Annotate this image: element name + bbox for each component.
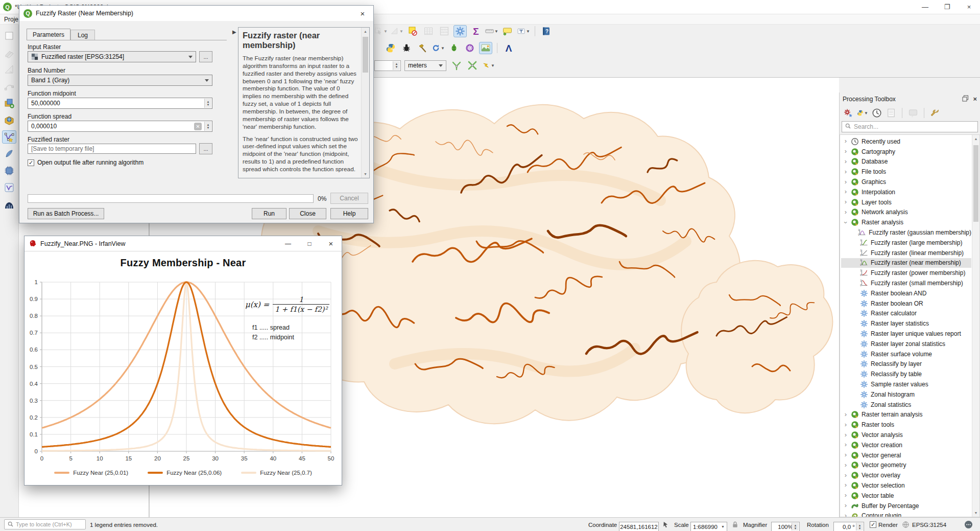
output-browse-button[interactable]: ... bbox=[199, 143, 212, 154]
history-icon[interactable] bbox=[871, 107, 882, 119]
float-panel-icon[interactable] bbox=[962, 95, 969, 103]
tree-chevron-icon[interactable]: › bbox=[843, 410, 848, 418]
dialog-close-icon[interactable]: × bbox=[356, 9, 369, 18]
spinner-arrows-icon[interactable]: ▲▼ bbox=[393, 61, 400, 70]
toolbox-item[interactable]: ›Raster terrain analysis bbox=[841, 410, 971, 420]
report-bug-icon[interactable] bbox=[400, 42, 413, 54]
spinner-arrows-icon[interactable]: ▲▼ bbox=[856, 523, 863, 530]
tree-chevron-icon[interactable]: › bbox=[842, 220, 850, 225]
lock-scale-icon[interactable] bbox=[731, 518, 739, 531]
rotation-spinner[interactable]: 0,0 °▲▼ bbox=[833, 522, 864, 531]
menu-project[interactable]: Proje bbox=[4, 16, 18, 23]
scroll-up-icon[interactable]: ▲ bbox=[972, 135, 979, 143]
messages-icon[interactable] bbox=[964, 518, 973, 531]
toolbox-item[interactable]: Raster boolean AND bbox=[841, 288, 971, 298]
toolbox-search[interactable] bbox=[842, 121, 978, 132]
toolbox-item[interactable]: Raster layer statistics bbox=[841, 318, 971, 329]
attribute-table-icon[interactable] bbox=[422, 25, 435, 37]
processing-toolbox-icon[interactable] bbox=[453, 25, 467, 37]
toolbox-item[interactable]: Zonal statistics bbox=[841, 400, 971, 410]
band-combo[interactable]: Band 1 (Gray) bbox=[28, 75, 212, 86]
minimize-button[interactable]: — bbox=[914, 0, 936, 14]
developer-tools-icon[interactable] bbox=[416, 42, 429, 54]
toolbox-item[interactable]: Zonal histogram bbox=[841, 389, 971, 400]
help-button[interactable]: Help bbox=[330, 208, 368, 219]
toolbox-item[interactable]: ›Vector geometry bbox=[841, 460, 971, 471]
search-input[interactable] bbox=[854, 123, 975, 130]
tree-chevron-icon[interactable]: › bbox=[843, 188, 848, 195]
scroll-down-icon[interactable]: ▼ bbox=[972, 509, 979, 517]
close-panel-icon[interactable]: × bbox=[973, 95, 977, 103]
tree-chevron-icon[interactable]: › bbox=[843, 451, 848, 458]
toolbox-item[interactable]: ›Vector table bbox=[841, 491, 971, 501]
toolbox-item[interactable]: 10Fuzzify raster (power membership) bbox=[841, 268, 971, 278]
toolbox-item[interactable]: ›Vector overlay bbox=[841, 470, 971, 480]
text-annotation-icon[interactable]: ▼ bbox=[517, 25, 530, 37]
toolbox-item[interactable]: Raster layer zonal statistics bbox=[841, 339, 971, 349]
toolbox-item[interactable]: ›Buffer by Percentage bbox=[841, 501, 971, 511]
new-geopackage-layer-icon[interactable] bbox=[2, 113, 16, 127]
toolbox-item[interactable]: 10Fuzzify raster (gaussian membership) bbox=[841, 227, 971, 238]
toolbox-item[interactable]: ›Vector creation bbox=[841, 440, 971, 450]
tree-chevron-icon[interactable]: › bbox=[843, 421, 848, 428]
locator-bar[interactable] bbox=[4, 519, 86, 529]
tree-chevron-icon[interactable]: › bbox=[843, 178, 848, 186]
run-as-batch-button[interactable]: Run as Batch Process... bbox=[28, 208, 104, 219]
clear-value-icon[interactable]: ✕ bbox=[194, 123, 202, 130]
maximize-button[interactable]: □ bbox=[299, 236, 320, 251]
tracing-bolt-icon[interactable]: ▼ bbox=[482, 59, 495, 72]
toolbox-item[interactable]: ›Raster tools bbox=[841, 420, 971, 430]
tab-parameters[interactable]: Parameters bbox=[27, 29, 70, 40]
tree-chevron-icon[interactable]: › bbox=[843, 481, 848, 489]
input-raster-combo[interactable]: Fuzzified raster [EPSG:31254] bbox=[28, 51, 196, 62]
toolbox-item[interactable]: Raster surface volume bbox=[841, 349, 971, 359]
toolbox-item[interactable]: ›Network analysis bbox=[841, 207, 971, 218]
tree-chevron-icon[interactable]: › bbox=[843, 431, 848, 438]
python-console-icon[interactable] bbox=[384, 42, 397, 54]
revert-layer-icon[interactable]: ▼ bbox=[432, 42, 445, 54]
toolbox-item[interactable]: 10Fuzzify raster (small membership) bbox=[841, 278, 971, 288]
snapping-tolerance-spinner[interactable]: ▲▼ bbox=[374, 60, 401, 71]
options-wrench-icon[interactable] bbox=[929, 107, 941, 119]
tree-chevron-icon[interactable]: › bbox=[843, 208, 848, 216]
toolbox-item[interactable]: 10Fuzzify raster (near membership) bbox=[841, 258, 971, 268]
spread-spinbox[interactable]: 0,000010 ✕ ▲▼ bbox=[28, 121, 212, 132]
results-viewer-icon[interactable] bbox=[886, 107, 897, 119]
open-output-checkbox[interactable]: ✓ bbox=[28, 159, 34, 166]
toolbox-item[interactable]: Raster calculator bbox=[841, 309, 971, 319]
close-button[interactable]: × bbox=[320, 236, 342, 251]
toolbox-item[interactable]: ›Interpolation bbox=[841, 187, 971, 197]
field-calculator-icon[interactable] bbox=[438, 25, 451, 37]
tree-chevron-icon[interactable]: › bbox=[843, 512, 848, 517]
lambda-plugin-icon[interactable]: Λ bbox=[502, 42, 515, 54]
close-button[interactable]: × bbox=[958, 0, 980, 14]
locate-input[interactable] bbox=[16, 521, 77, 527]
statistics-summary-icon[interactable]: Σ bbox=[469, 25, 483, 37]
plugin-debugger-icon[interactable] bbox=[447, 42, 461, 54]
run-button[interactable]: Run bbox=[252, 208, 286, 219]
tree-chevron-icon[interactable]: › bbox=[843, 491, 848, 499]
new-gpx-layer-icon[interactable] bbox=[2, 147, 16, 160]
toolbox-item[interactable]: ›Raster analysis bbox=[841, 217, 971, 227]
statistics-panel-icon[interactable] bbox=[2, 198, 16, 211]
measure-line-icon[interactable]: ▼ bbox=[485, 25, 498, 37]
tree-chevron-icon[interactable]: › bbox=[843, 501, 848, 509]
open-output-toggle[interactable]: ✓ Open output file after running algorit… bbox=[28, 159, 144, 166]
help-contents-icon[interactable]: ? bbox=[540, 25, 553, 37]
new-layer-stack-icon[interactable] bbox=[2, 97, 16, 110]
toolbox-item[interactable]: ›Layer tools bbox=[841, 197, 971, 207]
toolbox-item[interactable]: ›File tools bbox=[841, 167, 971, 177]
georeferencer-icon[interactable] bbox=[479, 42, 492, 54]
toolbox-item[interactable]: ›Vector analysis bbox=[841, 430, 971, 440]
toolbox-item[interactable]: ›Vector general bbox=[841, 450, 971, 460]
toolbox-scrollbar[interactable]: ▲ ▼ bbox=[972, 135, 979, 517]
toolbox-item[interactable]: ›Vector selection bbox=[841, 480, 971, 491]
toolbox-item[interactable]: ›Graphics bbox=[841, 177, 971, 187]
select-by-polygon-icon[interactable]: ▼ bbox=[390, 25, 403, 37]
map-tips-icon[interactable] bbox=[501, 25, 514, 37]
minimize-button[interactable]: — bbox=[277, 236, 299, 251]
layout-ruler-icon[interactable] bbox=[2, 63, 16, 76]
cancel-button[interactable]: Cancel bbox=[330, 193, 368, 204]
new-scratch-layer-icon[interactable] bbox=[2, 181, 16, 194]
intersection-snap-icon[interactable] bbox=[466, 59, 479, 72]
